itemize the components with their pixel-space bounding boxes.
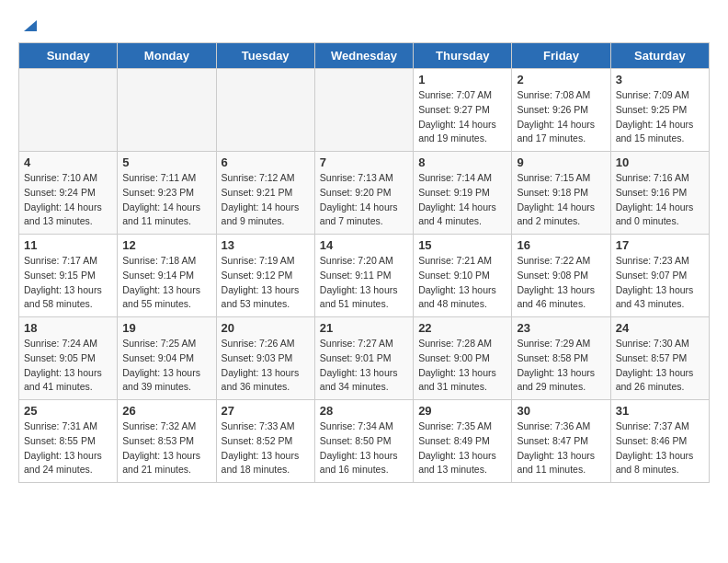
day-info: Sunrise: 7:26 AM Sunset: 9:03 PM Dayligh…: [222, 337, 310, 395]
day-number: 31: [616, 404, 704, 418]
calendar-week-row: 11Sunrise: 7:17 AM Sunset: 9:15 PM Dayli…: [19, 235, 710, 317]
day-info: Sunrise: 7:22 AM Sunset: 9:08 PM Dayligh…: [517, 254, 605, 312]
calendar-weekday-header: Sunday: [19, 43, 118, 69]
logo: [18, 18, 39, 33]
day-info: Sunrise: 7:32 AM Sunset: 8:53 PM Dayligh…: [122, 419, 210, 477]
day-number: 5: [122, 155, 210, 169]
day-number: 14: [320, 238, 408, 252]
calendar-day-cell: 9Sunrise: 7:15 AM Sunset: 9:18 PM Daylig…: [512, 152, 610, 235]
calendar-week-row: 25Sunrise: 7:31 AM Sunset: 8:55 PM Dayli…: [19, 400, 710, 483]
calendar-day-cell: 12Sunrise: 7:18 AM Sunset: 9:14 PM Dayli…: [118, 235, 216, 317]
day-number: 22: [418, 321, 506, 335]
calendar-weekday-header: Saturday: [610, 43, 709, 69]
calendar-day-cell: 7Sunrise: 7:13 AM Sunset: 9:20 PM Daylig…: [314, 152, 413, 235]
calendar-day-cell: 18Sunrise: 7:24 AM Sunset: 9:05 PM Dayli…: [19, 317, 118, 400]
day-number: 24: [616, 321, 704, 335]
day-number: 4: [24, 155, 112, 169]
day-info: Sunrise: 7:23 AM Sunset: 9:07 PM Dayligh…: [616, 254, 704, 312]
calendar-day-cell: 24Sunrise: 7:30 AM Sunset: 8:57 PM Dayli…: [610, 317, 709, 400]
day-number: 12: [122, 238, 210, 252]
day-info: Sunrise: 7:21 AM Sunset: 9:10 PM Dayligh…: [418, 254, 506, 312]
day-number: 7: [320, 155, 408, 169]
day-info: Sunrise: 7:11 AM Sunset: 9:23 PM Dayligh…: [122, 171, 210, 229]
calendar-day-cell: 27Sunrise: 7:33 AM Sunset: 8:52 PM Dayli…: [216, 400, 314, 483]
day-number: 3: [616, 73, 704, 86]
calendar-weekday-header: Thursday: [414, 43, 512, 69]
day-info: Sunrise: 7:35 AM Sunset: 8:49 PM Dayligh…: [418, 419, 506, 477]
page-header: [18, 18, 710, 33]
day-number: 21: [320, 321, 408, 335]
calendar-day-cell: 15Sunrise: 7:21 AM Sunset: 9:10 PM Dayli…: [414, 235, 512, 317]
day-number: 10: [616, 155, 704, 169]
calendar-day-cell: [216, 69, 314, 152]
calendar-header-row: SundayMondayTuesdayWednesdayThursdayFrid…: [19, 43, 710, 69]
day-number: 27: [222, 404, 310, 418]
calendar-day-cell: 3Sunrise: 7:09 AM Sunset: 9:25 PM Daylig…: [610, 69, 709, 152]
calendar-day-cell: 30Sunrise: 7:36 AM Sunset: 8:47 PM Dayli…: [512, 400, 610, 483]
day-info: Sunrise: 7:14 AM Sunset: 9:19 PM Dayligh…: [418, 171, 506, 229]
day-info: Sunrise: 7:36 AM Sunset: 8:47 PM Dayligh…: [517, 419, 605, 477]
calendar-weekday-header: Friday: [512, 43, 610, 69]
day-info: Sunrise: 7:24 AM Sunset: 9:05 PM Dayligh…: [24, 337, 112, 395]
calendar-week-row: 18Sunrise: 7:24 AM Sunset: 9:05 PM Dayli…: [19, 317, 710, 400]
day-number: 8: [418, 155, 506, 169]
day-info: Sunrise: 7:12 AM Sunset: 9:21 PM Dayligh…: [222, 171, 310, 229]
calendar-day-cell: 20Sunrise: 7:26 AM Sunset: 9:03 PM Dayli…: [216, 317, 314, 400]
day-info: Sunrise: 7:17 AM Sunset: 9:15 PM Dayligh…: [24, 254, 112, 312]
day-info: Sunrise: 7:19 AM Sunset: 9:12 PM Dayligh…: [222, 254, 310, 312]
calendar-day-cell: 29Sunrise: 7:35 AM Sunset: 8:49 PM Dayli…: [414, 400, 512, 483]
day-number: 26: [122, 404, 210, 418]
day-number: 2: [517, 73, 605, 86]
calendar-day-cell: 17Sunrise: 7:23 AM Sunset: 9:07 PM Dayli…: [610, 235, 709, 317]
calendar-day-cell: 16Sunrise: 7:22 AM Sunset: 9:08 PM Dayli…: [512, 235, 610, 317]
day-info: Sunrise: 7:16 AM Sunset: 9:16 PM Dayligh…: [616, 171, 704, 229]
calendar-day-cell: 6Sunrise: 7:12 AM Sunset: 9:21 PM Daylig…: [216, 152, 314, 235]
day-number: 20: [222, 321, 310, 335]
calendar-week-row: 1Sunrise: 7:07 AM Sunset: 9:27 PM Daylig…: [19, 69, 710, 152]
day-number: 1: [418, 73, 506, 86]
day-info: Sunrise: 7:31 AM Sunset: 8:55 PM Dayligh…: [24, 419, 112, 477]
calendar-day-cell: 1Sunrise: 7:07 AM Sunset: 9:27 PM Daylig…: [414, 69, 512, 152]
calendar-weekday-header: Monday: [118, 43, 216, 69]
day-number: 25: [24, 404, 112, 418]
calendar-table: SundayMondayTuesdayWednesdayThursdayFrid…: [18, 42, 710, 483]
day-number: 15: [418, 238, 506, 252]
calendar-day-cell: 11Sunrise: 7:17 AM Sunset: 9:15 PM Dayli…: [19, 235, 118, 317]
day-number: 28: [320, 404, 408, 418]
calendar-day-cell: 21Sunrise: 7:27 AM Sunset: 9:01 PM Dayli…: [314, 317, 413, 400]
calendar-day-cell: 14Sunrise: 7:20 AM Sunset: 9:11 PM Dayli…: [314, 235, 413, 317]
day-info: Sunrise: 7:28 AM Sunset: 9:00 PM Dayligh…: [418, 337, 506, 395]
day-info: Sunrise: 7:13 AM Sunset: 9:20 PM Dayligh…: [320, 171, 408, 229]
day-info: Sunrise: 7:30 AM Sunset: 8:57 PM Dayligh…: [616, 337, 704, 395]
calendar-day-cell: 28Sunrise: 7:34 AM Sunset: 8:50 PM Dayli…: [314, 400, 413, 483]
calendar-day-cell: 8Sunrise: 7:14 AM Sunset: 9:19 PM Daylig…: [414, 152, 512, 235]
day-info: Sunrise: 7:34 AM Sunset: 8:50 PM Dayligh…: [320, 419, 408, 477]
day-number: 11: [24, 238, 112, 252]
day-number: 6: [222, 155, 310, 169]
calendar-day-cell: 19Sunrise: 7:25 AM Sunset: 9:04 PM Dayli…: [118, 317, 216, 400]
logo-triangle-icon: [20, 15, 39, 33]
day-info: Sunrise: 7:37 AM Sunset: 8:46 PM Dayligh…: [616, 419, 704, 477]
calendar-day-cell: 4Sunrise: 7:10 AM Sunset: 9:24 PM Daylig…: [19, 152, 118, 235]
day-info: Sunrise: 7:27 AM Sunset: 9:01 PM Dayligh…: [320, 337, 408, 395]
day-number: 16: [517, 238, 605, 252]
calendar-day-cell: 31Sunrise: 7:37 AM Sunset: 8:46 PM Dayli…: [610, 400, 709, 483]
day-info: Sunrise: 7:15 AM Sunset: 9:18 PM Dayligh…: [517, 171, 605, 229]
svg-marker-0: [24, 20, 37, 31]
calendar-day-cell: 13Sunrise: 7:19 AM Sunset: 9:12 PM Dayli…: [216, 235, 314, 317]
day-number: 18: [24, 321, 112, 335]
day-info: Sunrise: 7:20 AM Sunset: 9:11 PM Dayligh…: [320, 254, 408, 312]
calendar-weekday-header: Wednesday: [314, 43, 413, 69]
day-number: 13: [222, 238, 310, 252]
day-number: 9: [517, 155, 605, 169]
day-info: Sunrise: 7:07 AM Sunset: 9:27 PM Dayligh…: [418, 88, 506, 146]
day-info: Sunrise: 7:33 AM Sunset: 8:52 PM Dayligh…: [222, 419, 310, 477]
day-info: Sunrise: 7:09 AM Sunset: 9:25 PM Dayligh…: [616, 88, 704, 146]
day-info: Sunrise: 7:18 AM Sunset: 9:14 PM Dayligh…: [122, 254, 210, 312]
calendar-day-cell: 25Sunrise: 7:31 AM Sunset: 8:55 PM Dayli…: [19, 400, 118, 483]
day-number: 23: [517, 321, 605, 335]
calendar-day-cell: 2Sunrise: 7:08 AM Sunset: 9:26 PM Daylig…: [512, 69, 610, 152]
calendar-day-cell: 22Sunrise: 7:28 AM Sunset: 9:00 PM Dayli…: [414, 317, 512, 400]
calendar-day-cell: 23Sunrise: 7:29 AM Sunset: 8:58 PM Dayli…: [512, 317, 610, 400]
day-number: 29: [418, 404, 506, 418]
